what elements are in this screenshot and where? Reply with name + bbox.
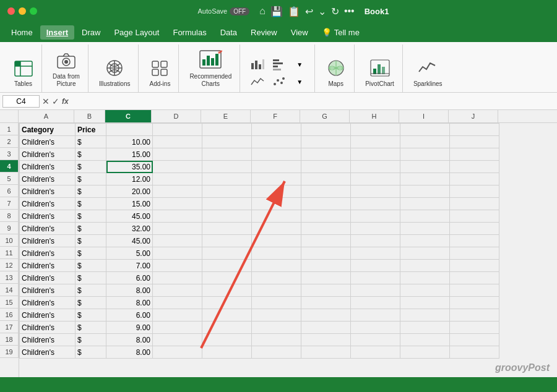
cell-10-h[interactable]: [351, 235, 400, 247]
cell-17-d[interactable]: [153, 322, 202, 334]
cell-1-c[interactable]: [106, 124, 153, 136]
cell-5-a[interactable]: Children's: [20, 173, 76, 185]
cell-16-h[interactable]: [351, 309, 400, 322]
cell-4-g[interactable]: [301, 161, 351, 173]
cell-10-d[interactable]: [153, 235, 202, 247]
cell-3-h[interactable]: [351, 148, 400, 161]
cell-4-c[interactable]: 35.00: [106, 161, 153, 173]
cell-10-g[interactable]: [301, 235, 351, 247]
row-header-5[interactable]: 5: [0, 173, 19, 185]
cell-12-e[interactable]: [202, 260, 252, 272]
confirm-formula-icon[interactable]: ✓: [52, 96, 59, 106]
recommended-charts-button[interactable]: RecommendedCharts: [186, 48, 235, 90]
menu-draw[interactable]: Draw: [76, 25, 106, 40]
cell-9-e[interactable]: [202, 223, 252, 235]
cell-9-d[interactable]: [153, 223, 202, 235]
line-chart-button[interactable]: [248, 74, 267, 90]
cell-19-g[interactable]: [301, 346, 351, 359]
cell-19-f[interactable]: [252, 346, 301, 359]
cell-18-d[interactable]: [153, 334, 202, 346]
cell-3-e[interactable]: [202, 148, 252, 161]
cell-15-b[interactable]: $: [76, 297, 106, 309]
cell-16-d[interactable]: [153, 309, 202, 322]
minimize-button[interactable]: [19, 7, 26, 15]
cell-2-g[interactable]: [301, 136, 351, 148]
cell-4-f[interactable]: [252, 161, 301, 173]
cell-17-a[interactable]: Children's: [20, 322, 76, 334]
cell-2-f[interactable]: [252, 136, 301, 148]
cell-4-d[interactable]: [153, 161, 202, 173]
cell-6-b[interactable]: $: [76, 185, 106, 198]
cell-2-c[interactable]: 10.00: [106, 136, 153, 148]
col-header-h[interactable]: H: [350, 110, 399, 122]
row-header-16[interactable]: 16: [0, 309, 19, 321]
cell-8-a[interactable]: Children's: [20, 210, 76, 223]
cell-8-e[interactable]: [202, 210, 252, 223]
cell-13-a[interactable]: Children's: [20, 272, 76, 284]
cell-2-b[interactable]: $: [76, 136, 106, 148]
cell-14-e[interactable]: [202, 284, 252, 297]
cell-13-j[interactable]: [450, 272, 499, 284]
cell-15-c[interactable]: 8.00: [106, 297, 153, 309]
cell-4-e[interactable]: [202, 161, 252, 173]
cell-6-g[interactable]: [301, 185, 351, 198]
chart2-dropdown-button[interactable]: ▼: [290, 77, 309, 87]
cell-18-b[interactable]: $: [76, 334, 106, 346]
cell-14-j[interactable]: [450, 284, 499, 297]
row-header-7[interactable]: 7: [0, 197, 19, 210]
cell-9-j[interactable]: [450, 223, 499, 235]
cell-10-f[interactable]: [252, 235, 301, 247]
cell-15-e[interactable]: [202, 297, 252, 309]
cell-13-g[interactable]: [301, 272, 351, 284]
row-header-3[interactable]: 3: [0, 148, 19, 160]
row-header-2[interactable]: 2: [0, 135, 19, 148]
tables-button[interactable]: Tables: [11, 59, 36, 90]
cell-17-f[interactable]: [252, 322, 301, 334]
formula-input[interactable]: [71, 97, 555, 106]
cell-13-c[interactable]: 6.00: [106, 272, 153, 284]
cell-10-e[interactable]: [202, 235, 252, 247]
pivotchart-button[interactable]: PivotChart: [362, 58, 397, 90]
cell-15-h[interactable]: [351, 297, 400, 309]
cell-17-i[interactable]: [400, 322, 450, 334]
cell-9-f[interactable]: [252, 223, 301, 235]
cell-16-i[interactable]: [400, 309, 450, 322]
cell-6-f[interactable]: [252, 185, 301, 198]
cell-1-j[interactable]: [450, 124, 499, 136]
cell-8-f[interactable]: [252, 210, 301, 223]
cell-9-a[interactable]: Children's: [20, 223, 76, 235]
cell-11-j[interactable]: [450, 247, 499, 260]
cell-3-a[interactable]: Children's: [20, 148, 76, 161]
cell-18-i[interactable]: [400, 334, 450, 346]
cell-7-e[interactable]: [202, 198, 252, 210]
more-icon[interactable]: •••: [344, 6, 355, 17]
col-header-g[interactable]: G: [300, 110, 350, 122]
cell-12-i[interactable]: [400, 260, 450, 272]
cell-14-g[interactable]: [301, 284, 351, 297]
cell-5-b[interactable]: $: [76, 173, 106, 185]
cell-5-h[interactable]: [351, 173, 400, 185]
menu-insert[interactable]: Insert: [40, 25, 74, 40]
cell-6-c[interactable]: 20.00: [106, 185, 153, 198]
cell-17-j[interactable]: [450, 322, 499, 334]
cell-16-c[interactable]: 6.00: [106, 309, 153, 322]
cell-10-b[interactable]: $: [76, 235, 106, 247]
menu-page-layout[interactable]: Page Layout: [108, 25, 165, 40]
cell-12-c[interactable]: 7.00: [106, 260, 153, 272]
cell-11-i[interactable]: [400, 247, 450, 260]
cell-2-a[interactable]: Children's: [20, 136, 76, 148]
cell-15-a[interactable]: Children's: [20, 297, 76, 309]
cell-19-a[interactable]: Children's: [20, 346, 76, 359]
col-header-b[interactable]: B: [74, 110, 105, 122]
row-header-14[interactable]: 14: [0, 284, 19, 296]
illustrations-button[interactable]: Illustrations: [96, 58, 134, 90]
row-header-11[interactable]: 11: [0, 247, 19, 259]
cell-1-d[interactable]: [153, 124, 202, 136]
cell-4-b[interactable]: $: [76, 161, 106, 173]
maximize-button[interactable]: [30, 7, 37, 15]
cell-16-f[interactable]: [252, 309, 301, 322]
cell-11-e[interactable]: [202, 247, 252, 260]
cell-1-i[interactable]: [400, 124, 450, 136]
row-header-6[interactable]: 6: [0, 185, 19, 197]
row-header-4[interactable]: 4: [0, 160, 19, 173]
